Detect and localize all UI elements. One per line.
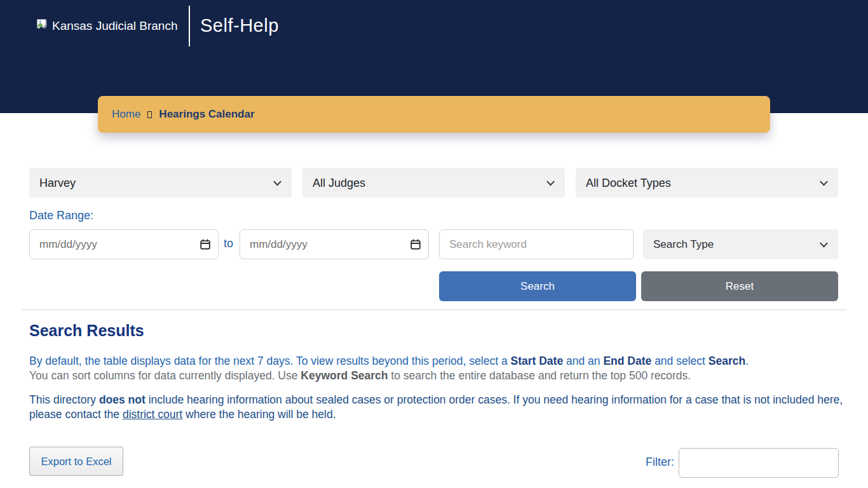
search-type-select[interactable]: Search Type bbox=[643, 229, 838, 259]
export-to-excel-button[interactable]: Export to Excel bbox=[29, 447, 123, 476]
county-select[interactable]: Harvey bbox=[29, 168, 292, 198]
search-button[interactable]: Search bbox=[439, 271, 636, 301]
intro-line-1: By default, the table displays data for … bbox=[29, 354, 850, 369]
keyword-input-wrap bbox=[439, 229, 634, 259]
breadcrumb-home-link[interactable]: Home bbox=[112, 108, 140, 121]
results-notice-paragraph: This directory does not include hearing … bbox=[29, 393, 850, 422]
judges-select-wrap: All Judges bbox=[302, 168, 565, 198]
broken-image-icon bbox=[36, 18, 50, 33]
breadcrumb-current: Hearings Calendar bbox=[159, 108, 254, 121]
app-title: Self-Help bbox=[200, 15, 279, 36]
filter-input[interactable] bbox=[679, 448, 839, 478]
start-date-wrap bbox=[29, 229, 219, 259]
section-divider bbox=[22, 309, 846, 310]
header-divider bbox=[189, 6, 190, 46]
site-logo-link[interactable]: Kansas Judicial Branch bbox=[36, 18, 178, 33]
start-date-input[interactable] bbox=[29, 229, 219, 259]
docket-type-select[interactable]: All Docket Types bbox=[576, 168, 838, 198]
breadcrumb: Home Hearings Calendar bbox=[98, 96, 770, 133]
reset-button[interactable]: Reset bbox=[641, 271, 838, 301]
results-heading: Search Results bbox=[29, 322, 144, 340]
intro-line-2: You can sort columns for data currently … bbox=[29, 369, 850, 383]
keyword-search-input[interactable] bbox=[439, 229, 634, 259]
filter-label: Filter: bbox=[646, 456, 674, 469]
date-range-label: Date Range: bbox=[29, 209, 93, 222]
search-type-select-wrap: Search Type bbox=[643, 229, 838, 259]
district-court-link[interactable]: district court bbox=[123, 408, 182, 421]
results-intro-paragraph: By default, the table displays data for … bbox=[29, 354, 850, 383]
end-date-wrap bbox=[240, 229, 429, 259]
docket-type-select-wrap: All Docket Types bbox=[576, 168, 838, 198]
logo-alt-text: Kansas Judicial Branch bbox=[52, 19, 178, 33]
end-date-input[interactable] bbox=[240, 229, 429, 259]
breadcrumb-separator-icon bbox=[147, 111, 152, 118]
judges-select[interactable]: All Judges bbox=[302, 168, 565, 198]
county-select-wrap: Harvey bbox=[29, 168, 292, 198]
date-to-label: to bbox=[224, 237, 233, 250]
